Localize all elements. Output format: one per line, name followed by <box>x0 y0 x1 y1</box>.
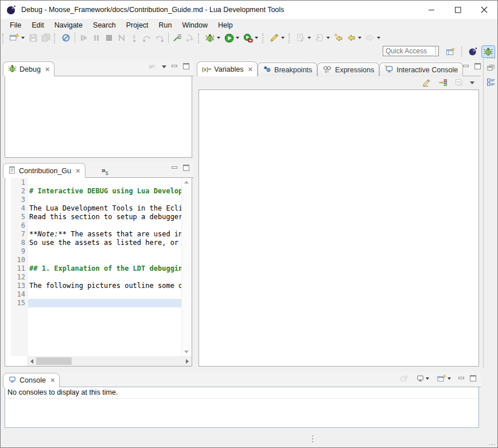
close-icon[interactable]: × <box>76 168 80 174</box>
status-bar-grip[interactable] <box>312 435 313 442</box>
run-dropdown[interactable] <box>236 37 239 39</box>
new-wizard-button[interactable] <box>8 32 21 44</box>
vertical-scrollbar[interactable] <box>181 178 192 356</box>
editor-line-4[interactable]: The Lua Development Tools in the Ecli <box>28 204 181 213</box>
perspective-grip[interactable] <box>435 47 438 57</box>
scrollbar-thumb[interactable] <box>36 357 72 365</box>
editor-line-11[interactable]: ## 1. Explanation of the LDT debuggin <box>28 264 181 273</box>
window-maximize-button[interactable] <box>445 1 471 19</box>
open-console-button[interactable] <box>437 373 447 384</box>
external-tools-button[interactable] <box>242 32 254 44</box>
minimize-button[interactable] <box>458 373 465 384</box>
tab-breakpoints[interactable]: Breakpoints <box>258 63 317 76</box>
menu-navigate[interactable]: Navigate <box>49 20 88 30</box>
external-tools-dropdown[interactable] <box>255 37 258 39</box>
show-logical-structure-button[interactable] <box>422 77 432 88</box>
scroll-right-icon[interactable] <box>182 356 192 366</box>
back-button[interactable] <box>345 32 357 44</box>
editor-line-1[interactable] <box>28 178 181 187</box>
quick-access-input[interactable] <box>383 46 439 56</box>
lua-perspective-button[interactable] <box>466 45 480 58</box>
outline-view-button[interactable] <box>485 76 497 88</box>
editor-line-12[interactable] <box>28 273 181 282</box>
debug-button[interactable] <box>204 32 216 44</box>
editor-line-9[interactable] <box>28 247 181 256</box>
menu-search[interactable]: Search <box>88 20 121 30</box>
editor-line-7[interactable]: **Note:** The assets that are used in <box>28 230 181 239</box>
menu-file[interactable]: File <box>5 20 26 30</box>
window-close-button[interactable] <box>471 1 497 19</box>
maximize-button[interactable] <box>183 61 189 72</box>
view-menu-icon[interactable] <box>470 81 474 84</box>
open-perspective-button[interactable] <box>443 45 457 58</box>
editor-line-8[interactable]: So use the assets as listed here, or <box>28 239 181 247</box>
code-editor[interactable]: # Interactive DEBUG using Lua DevelopThe… <box>28 178 181 356</box>
doc-edit-dropdown[interactable] <box>308 37 311 39</box>
maximize-button[interactable] <box>470 373 476 384</box>
toolbar-grip[interactable] <box>262 33 266 43</box>
display-console-button[interactable] <box>415 373 425 384</box>
tab-console[interactable]: Console × <box>3 373 60 387</box>
restore-view-button[interactable] <box>485 62 497 73</box>
tab-debug[interactable]: Debug × <box>3 61 55 76</box>
menu-window[interactable]: Window <box>177 20 213 30</box>
last-edit-location-button[interactable] <box>332 32 345 44</box>
close-icon[interactable]: × <box>50 377 55 383</box>
toolbar-grip[interactable] <box>289 33 292 43</box>
debug-view-content[interactable] <box>5 76 192 158</box>
doc-nav-dropdown[interactable] <box>326 37 330 39</box>
window-minimize-button[interactable] <box>418 1 445 19</box>
minimize-button[interactable] <box>172 163 178 173</box>
maximize-button[interactable] <box>183 163 189 173</box>
new-wizard-dropdown[interactable] <box>21 37 25 39</box>
tab-expressions[interactable]: x=Expressions <box>317 63 379 76</box>
toolbar-grip[interactable] <box>198 33 201 43</box>
minimize-button[interactable] <box>463 61 469 72</box>
skip-breakpoints-button[interactable] <box>60 32 72 44</box>
forward-dropdown[interactable] <box>377 37 380 39</box>
tab-variables[interactable]: (x)=Variables× <box>197 61 258 76</box>
close-icon[interactable]: × <box>248 67 252 72</box>
marker-pen-button[interactable] <box>268 32 281 44</box>
editor-line-3[interactable] <box>28 196 181 204</box>
debug-dropdown[interactable] <box>217 37 220 39</box>
toolbar-grip[interactable] <box>54 33 57 43</box>
annotation-ruler[interactable] <box>5 178 11 356</box>
editor-line-14[interactable] <box>28 290 181 299</box>
menu-edit[interactable]: Edit <box>26 20 49 30</box>
line-number-ruler[interactable]: 123456789101112131415 <box>11 178 28 356</box>
step-filters-button[interactable] <box>171 32 184 44</box>
toolbar-grip[interactable] <box>2 33 6 43</box>
scroll-left-icon[interactable] <box>27 356 36 366</box>
tab-contribution-guide[interactable]: Contribution_Gu × <box>3 163 85 178</box>
menu-project[interactable]: Project <box>121 20 154 30</box>
back-dropdown[interactable] <box>358 37 361 39</box>
editor-line-5[interactable]: Read this section to setup a debugger <box>28 213 181 221</box>
scroll-down-icon[interactable] <box>184 350 189 353</box>
display-console-dropdown[interactable] <box>426 377 429 380</box>
editor-line-6[interactable] <box>28 221 181 230</box>
window-title: Debug - Moose_Framework/docs/Contributio… <box>21 6 284 14</box>
horizontal-scrollbar[interactable] <box>5 356 192 366</box>
close-icon[interactable]: × <box>45 67 50 72</box>
variables-content[interactable] <box>199 89 479 367</box>
editor-line-13[interactable]: The following pictures outline some o <box>28 282 181 290</box>
open-console-dropdown[interactable] <box>448 377 451 380</box>
tab-interactive-console[interactable]: Interactive Console <box>379 63 463 76</box>
marker-pen-dropdown[interactable] <box>281 37 285 39</box>
minimize-button[interactable] <box>172 61 178 72</box>
console-content[interactable]: No consoles to display at this time. <box>5 387 479 428</box>
run-button[interactable] <box>223 32 235 44</box>
editor-overflow-chevron[interactable]: »5 <box>102 166 108 176</box>
menu-run[interactable]: Run <box>154 20 177 30</box>
expand-variable-button[interactable] <box>438 77 448 88</box>
maximize-button[interactable] <box>474 61 481 72</box>
minibar-grip[interactable] <box>487 57 495 59</box>
editor-line-15[interactable] <box>28 299 181 307</box>
scroll-up-icon[interactable] <box>184 181 189 184</box>
editor-line-2[interactable]: # Interactive DEBUG using Lua Develop <box>28 187 181 196</box>
resize-grip[interactable] <box>489 444 495 445</box>
view-menu-icon[interactable] <box>162 65 166 68</box>
menu-help[interactable]: Help <box>213 20 238 30</box>
editor-line-10[interactable] <box>28 256 181 264</box>
